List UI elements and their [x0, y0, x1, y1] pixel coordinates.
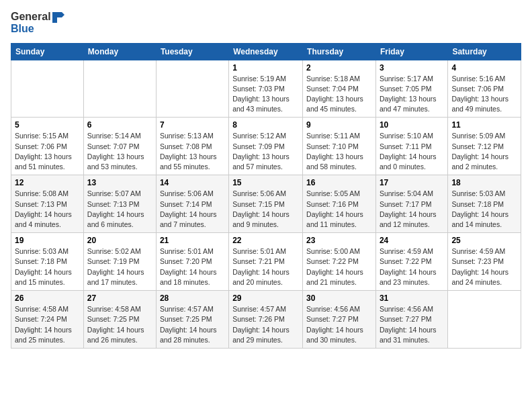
- calendar-cell: [156, 60, 228, 118]
- calendar-cell: 11Sunrise: 5:09 AM Sunset: 7:12 PM Dayli…: [448, 118, 521, 175]
- day-info: Sunrise: 5:13 AM Sunset: 7:08 PM Dayligh…: [160, 131, 225, 172]
- logo-blue-text: Blue: [11, 23, 64, 35]
- day-info: Sunrise: 5:03 AM Sunset: 7:18 PM Dayligh…: [15, 246, 80, 287]
- day-number: 7: [160, 120, 225, 130]
- calendar-cell: 30Sunrise: 4:56 AM Sunset: 7:27 PM Dayli…: [303, 291, 376, 349]
- day-number: 4: [451, 63, 517, 73]
- calendar-cell: 15Sunrise: 5:06 AM Sunset: 7:15 PM Dayli…: [229, 175, 303, 233]
- weekday-thursday: Thursday: [303, 43, 376, 60]
- calendar-cell: [83, 60, 156, 118]
- day-number: 22: [232, 236, 299, 245]
- calendar-cell: 25Sunrise: 4:59 AM Sunset: 7:23 PM Dayli…: [448, 233, 521, 291]
- calendar-cell: 12Sunrise: 5:08 AM Sunset: 7:13 PM Dayli…: [11, 175, 84, 233]
- calendar-cell: 16Sunrise: 5:05 AM Sunset: 7:16 PM Dayli…: [303, 175, 376, 233]
- day-info: Sunrise: 5:05 AM Sunset: 7:16 PM Dayligh…: [306, 189, 372, 230]
- day-number: 26: [15, 293, 80, 303]
- day-number: 18: [451, 178, 517, 187]
- day-info: Sunrise: 5:06 AM Sunset: 7:15 PM Dayligh…: [232, 189, 299, 230]
- day-info: Sunrise: 5:15 AM Sunset: 7:06 PM Dayligh…: [15, 131, 80, 172]
- calendar-cell: 8Sunrise: 5:12 AM Sunset: 7:09 PM Daylig…: [229, 118, 303, 175]
- day-number: 20: [87, 236, 152, 245]
- day-number: 2: [306, 63, 372, 73]
- weekday-monday: Monday: [83, 43, 156, 60]
- day-info: Sunrise: 4:58 AM Sunset: 7:24 PM Dayligh…: [15, 304, 80, 345]
- calendar-cell: 13Sunrise: 5:07 AM Sunset: 7:13 PM Dayli…: [83, 175, 156, 233]
- day-number: 5: [15, 120, 80, 130]
- weekday-saturday: Saturday: [448, 43, 521, 60]
- calendar-cell: 10Sunrise: 5:10 AM Sunset: 7:11 PM Dayli…: [375, 118, 447, 175]
- calendar-cell: 28Sunrise: 4:57 AM Sunset: 7:25 PM Dayli…: [156, 291, 228, 349]
- day-info: Sunrise: 5:12 AM Sunset: 7:09 PM Dayligh…: [232, 131, 299, 172]
- svg-marker-1: [62, 12, 64, 17]
- day-number: 23: [306, 236, 372, 245]
- svg-marker-0: [52, 12, 62, 23]
- day-info: Sunrise: 5:00 AM Sunset: 7:22 PM Dayligh…: [306, 246, 372, 287]
- calendar-cell: 21Sunrise: 5:01 AM Sunset: 7:20 PM Dayli…: [156, 233, 228, 291]
- day-info: Sunrise: 5:03 AM Sunset: 7:18 PM Dayligh…: [451, 189, 517, 230]
- day-number: 13: [87, 178, 152, 187]
- day-number: 19: [15, 236, 80, 245]
- day-info: Sunrise: 4:56 AM Sunset: 7:27 PM Dayligh…: [380, 304, 444, 345]
- calendar-cell: 22Sunrise: 5:01 AM Sunset: 7:21 PM Dayli…: [229, 233, 303, 291]
- logo-general-text: General: [11, 11, 51, 23]
- day-info: Sunrise: 5:14 AM Sunset: 7:07 PM Dayligh…: [87, 131, 152, 172]
- day-info: Sunrise: 5:16 AM Sunset: 7:06 PM Dayligh…: [451, 74, 517, 115]
- calendar-cell: [11, 60, 84, 118]
- day-number: 30: [306, 293, 372, 303]
- calendar-cell: 4Sunrise: 5:16 AM Sunset: 7:06 PM Daylig…: [448, 60, 521, 118]
- calendar-cell: 7Sunrise: 5:13 AM Sunset: 7:08 PM Daylig…: [156, 118, 228, 175]
- calendar-week-1: 1Sunrise: 5:19 AM Sunset: 7:03 PM Daylig…: [11, 60, 521, 118]
- calendar-cell: 19Sunrise: 5:03 AM Sunset: 7:18 PM Dayli…: [11, 233, 84, 291]
- day-number: 8: [232, 120, 299, 130]
- calendar-table: SundayMondayTuesdayWednesdayThursdayFrid…: [11, 43, 521, 349]
- weekday-friday: Friday: [375, 43, 447, 60]
- day-info: Sunrise: 4:59 AM Sunset: 7:23 PM Dayligh…: [451, 246, 517, 287]
- day-info: Sunrise: 5:09 AM Sunset: 7:12 PM Dayligh…: [451, 131, 517, 172]
- day-info: Sunrise: 5:10 AM Sunset: 7:11 PM Dayligh…: [380, 131, 444, 172]
- calendar-cell: 20Sunrise: 5:02 AM Sunset: 7:19 PM Dayli…: [83, 233, 156, 291]
- day-info: Sunrise: 5:08 AM Sunset: 7:13 PM Dayligh…: [15, 189, 80, 230]
- calendar-cell: 31Sunrise: 4:56 AM Sunset: 7:27 PM Dayli…: [375, 291, 447, 349]
- day-number: 17: [380, 178, 444, 187]
- logo: GeneralBlue: [11, 11, 64, 35]
- day-info: Sunrise: 5:18 AM Sunset: 7:04 PM Dayligh…: [306, 74, 372, 115]
- calendar-cell: 2Sunrise: 5:18 AM Sunset: 7:04 PM Daylig…: [303, 60, 376, 118]
- day-info: Sunrise: 5:02 AM Sunset: 7:19 PM Dayligh…: [87, 246, 152, 287]
- day-number: 28: [160, 293, 225, 303]
- calendar-cell: [448, 291, 521, 349]
- calendar-cell: 24Sunrise: 4:59 AM Sunset: 7:22 PM Dayli…: [375, 233, 447, 291]
- day-number: 15: [232, 178, 299, 187]
- day-number: 14: [160, 178, 225, 187]
- day-info: Sunrise: 5:01 AM Sunset: 7:21 PM Dayligh…: [232, 246, 299, 287]
- calendar-week-3: 12Sunrise: 5:08 AM Sunset: 7:13 PM Dayli…: [11, 175, 521, 233]
- day-number: 9: [306, 120, 372, 130]
- calendar-cell: 14Sunrise: 5:06 AM Sunset: 7:14 PM Dayli…: [156, 175, 228, 233]
- calendar-cell: 29Sunrise: 4:57 AM Sunset: 7:26 PM Dayli…: [229, 291, 303, 349]
- calendar-cell: 17Sunrise: 5:04 AM Sunset: 7:17 PM Dayli…: [375, 175, 447, 233]
- calendar-week-4: 19Sunrise: 5:03 AM Sunset: 7:18 PM Dayli…: [11, 233, 521, 291]
- day-info: Sunrise: 5:01 AM Sunset: 7:20 PM Dayligh…: [160, 246, 225, 287]
- day-number: 11: [451, 120, 517, 130]
- day-info: Sunrise: 5:17 AM Sunset: 7:05 PM Dayligh…: [380, 74, 444, 115]
- calendar-cell: 5Sunrise: 5:15 AM Sunset: 7:06 PM Daylig…: [11, 118, 84, 175]
- logo-flag-icon: [52, 11, 64, 23]
- day-info: Sunrise: 5:04 AM Sunset: 7:17 PM Dayligh…: [380, 189, 444, 230]
- calendar-cell: 26Sunrise: 4:58 AM Sunset: 7:24 PM Dayli…: [11, 291, 84, 349]
- day-number: 1: [232, 63, 299, 73]
- calendar-cell: 1Sunrise: 5:19 AM Sunset: 7:03 PM Daylig…: [229, 60, 303, 118]
- calendar-week-5: 26Sunrise: 4:58 AM Sunset: 7:24 PM Dayli…: [11, 291, 521, 349]
- day-info: Sunrise: 5:19 AM Sunset: 7:03 PM Dayligh…: [232, 74, 299, 115]
- day-info: Sunrise: 4:57 AM Sunset: 7:25 PM Dayligh…: [160, 304, 225, 345]
- day-number: 24: [380, 236, 444, 245]
- day-number: 16: [306, 178, 372, 187]
- weekday-tuesday: Tuesday: [156, 43, 228, 60]
- calendar-cell: 9Sunrise: 5:11 AM Sunset: 7:10 PM Daylig…: [303, 118, 376, 175]
- day-number: 21: [160, 236, 225, 245]
- day-number: 3: [380, 63, 444, 73]
- day-number: 29: [232, 293, 299, 303]
- weekday-sunday: Sunday: [11, 43, 84, 60]
- weekday-header-row: SundayMondayTuesdayWednesdayThursdayFrid…: [11, 43, 521, 60]
- day-info: Sunrise: 4:59 AM Sunset: 7:22 PM Dayligh…: [380, 246, 444, 287]
- day-number: 31: [380, 293, 444, 303]
- day-info: Sunrise: 5:07 AM Sunset: 7:13 PM Dayligh…: [87, 189, 152, 230]
